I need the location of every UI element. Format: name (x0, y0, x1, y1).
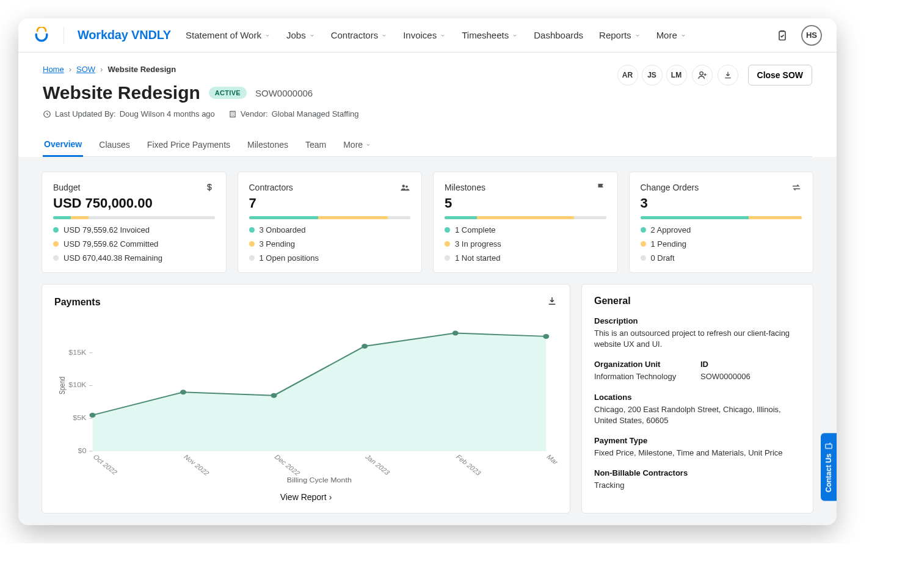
nav-jobs[interactable]: Jobs (286, 30, 315, 40)
general-panel: General Description This is an outsource… (581, 284, 813, 514)
change-orders-card[interactable]: Change Orders 3 2 Approved1 Pending0 Dra… (629, 172, 814, 273)
nav-invoices[interactable]: Invoices (403, 30, 446, 40)
svg-point-14 (89, 413, 95, 418)
bar-segment (249, 216, 319, 219)
close-sow-button[interactable]: Close SOW (748, 65, 812, 85)
svg-text:$5K: $5K (73, 415, 87, 421)
chevron-right-icon: › (69, 65, 71, 74)
tab-fixed-price-payments[interactable]: Fixed Price Payments (146, 133, 231, 156)
legend-row: 1 Not started (445, 253, 606, 263)
clipboard-icon[interactable] (772, 25, 793, 46)
download-payments-button[interactable] (547, 296, 558, 309)
legend-dot (53, 241, 59, 247)
nav-timesheets[interactable]: Timesheets (462, 30, 518, 40)
svg-text:Oct 2022: Oct 2022 (92, 454, 119, 476)
nav-statement-of-work[interactable]: Statement of Work (186, 30, 271, 40)
legend-row: USD 670,440.38 Remaining (53, 253, 215, 263)
chevron-down-icon (634, 30, 641, 40)
collaborator-avatar[interactable]: JS (642, 65, 663, 85)
svg-text:Nov 2022: Nov 2022 (182, 454, 211, 477)
chevron-down-icon (381, 30, 387, 40)
change-orders-label: Change Orders (641, 183, 699, 192)
breadcrumb-sow[interactable]: SOW (76, 65, 95, 74)
description-label: Description (594, 316, 801, 325)
tabs: OverviewClausesFixed Price PaymentsMiles… (43, 133, 812, 157)
legend-dot (641, 227, 646, 233)
change-orders-value: 3 (641, 195, 802, 211)
brand-name[interactable]: Workday VNDLY (78, 28, 171, 42)
tab-overview[interactable]: Overview (43, 133, 83, 157)
chevron-down-icon (440, 30, 446, 40)
chevron-down-icon (512, 30, 518, 40)
bar-segment (641, 216, 749, 219)
legend-row: 3 Pending (249, 239, 411, 249)
id-value: SOW0000006 (700, 371, 801, 382)
workday-logo (33, 27, 50, 44)
tab-team[interactable]: Team (304, 133, 327, 156)
view-report-button[interactable]: View Report › (54, 492, 558, 502)
summary-cards: Budget USD 750,000.00 USD 79,559.62 Invo… (42, 172, 813, 273)
collaborator-avatar[interactable]: AR (617, 65, 638, 85)
legend-row: 3 In progress (445, 239, 606, 249)
payment-type-label: Payment Type (594, 436, 801, 445)
tab-milestones[interactable]: Milestones (246, 133, 289, 156)
legend-dot (249, 241, 255, 247)
header-actions: ARJSLM Close SOW (617, 65, 812, 85)
legend-dot (53, 255, 59, 261)
chevron-right-icon: › (100, 65, 103, 74)
chevron-right-icon: › (329, 492, 332, 502)
id-label: ID (700, 360, 801, 369)
bar-segment (749, 216, 802, 219)
svg-text:$10K: $10K (68, 382, 87, 389)
building-icon (228, 110, 237, 118)
svg-rect-0 (779, 31, 785, 40)
milestones-label: Milestones (445, 183, 485, 192)
swap-icon (791, 182, 802, 193)
budget-label: Budget (53, 183, 80, 192)
contractors-card[interactable]: Contractors 7 3 Onboarded3 Pending1 Open… (238, 172, 423, 273)
payments-chart: $0$5K$10K$15KOct 2022Nov 2022Dec 2022Jan… (54, 314, 558, 485)
legend-row: 1 Complete (445, 225, 606, 234)
chat-icon (824, 441, 833, 450)
chevron-down-icon (365, 140, 371, 150)
add-user-button[interactable] (692, 65, 713, 85)
payments-title: Payments (54, 297, 101, 308)
nav-dashboards[interactable]: Dashboards (534, 30, 583, 40)
legend-row: USD 79,559.62 Committed (53, 239, 215, 249)
svg-point-3 (700, 72, 703, 75)
chevron-down-icon (309, 30, 315, 40)
svg-text:$0: $0 (78, 448, 87, 454)
svg-point-19 (543, 334, 549, 339)
svg-point-18 (453, 331, 459, 336)
budget-value: USD 750,000.00 (53, 195, 215, 211)
svg-text:Billing Cycle Month: Billing Cycle Month (287, 477, 352, 484)
svg-point-17 (362, 344, 368, 349)
bar-segment (53, 216, 71, 219)
user-avatar[interactable]: HS (801, 25, 822, 46)
tab-clauses[interactable]: Clauses (98, 133, 131, 156)
nav-contractors[interactable]: Contractors (331, 30, 388, 40)
svg-rect-2 (230, 111, 235, 117)
tab-more[interactable]: More (342, 133, 373, 156)
breadcrumb-home[interactable]: Home (43, 65, 64, 74)
people-icon (399, 182, 410, 193)
contact-us-button[interactable]: Contact Us (821, 433, 837, 501)
dollar-icon (204, 182, 215, 193)
bar-segment (71, 216, 89, 219)
legend-dot (445, 241, 450, 247)
collaborator-avatar[interactable]: LM (666, 65, 687, 85)
general-title: General (594, 296, 631, 307)
locations-label: Locations (594, 393, 801, 402)
top-nav: Workday VNDLY Statement of WorkJobsContr… (18, 18, 837, 53)
milestones-card[interactable]: Milestones 5 1 Complete3 In progress1 No… (433, 172, 618, 273)
nav-more[interactable]: More (656, 30, 686, 40)
budget-card[interactable]: Budget USD 750,000.00 USD 79,559.62 Invo… (42, 172, 227, 273)
download-button[interactable] (718, 65, 738, 85)
chevron-down-icon (264, 30, 271, 40)
svg-text:Spend: Spend (58, 377, 66, 394)
breadcrumb: Home › SOW › Website Redesign (43, 65, 610, 74)
svg-point-16 (271, 393, 277, 398)
legend-dot (445, 227, 450, 233)
nav-reports[interactable]: Reports (599, 30, 641, 40)
main-menu: Statement of WorkJobsContractorsInvoices… (186, 30, 686, 40)
